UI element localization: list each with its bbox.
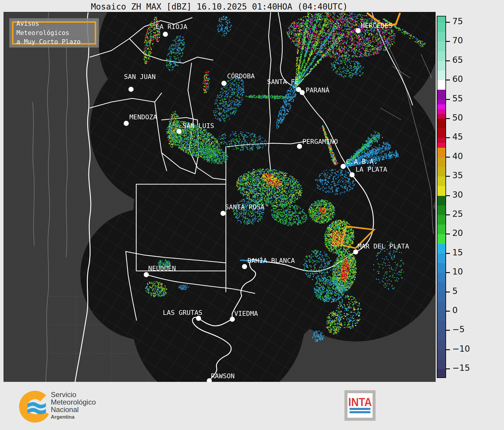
map-title: Mosaico ZH MAX [dBZ] 16.10.2025 01:40HOA… (4, 2, 435, 12)
city-label-santa-rosa: SANTA ROSA (225, 203, 264, 211)
colorbar-tick (446, 195, 450, 196)
city-dot-caba (341, 164, 346, 169)
city-dot-las-grutas (196, 316, 201, 321)
colorbar-tick-label: 35 (452, 170, 463, 180)
city-label-san-juan: SAN JUAN (124, 73, 156, 80)
colorbar-tick (446, 311, 450, 312)
colorbar-tick-label: −10 (452, 344, 470, 354)
colorbar-tick-label: 30 (452, 190, 463, 199)
colorbar-tick-label: 45 (452, 132, 463, 142)
colorbar-tick-label: 10 (452, 267, 463, 277)
colorbar-tick (446, 214, 450, 215)
city-label-pergamino: PERGAMINO (302, 138, 338, 145)
colorbar-tick (446, 137, 450, 138)
warning-legend-line2: a Muy Corto Plazo (16, 37, 95, 46)
city-dot-bahia-blanca (242, 264, 247, 269)
smn-logo: Servicio Meteorológico Nacional Argentin… (19, 390, 108, 423)
city-label-rawson: RAWSON (211, 372, 235, 380)
colorbar-tick-label: 15 (452, 248, 463, 257)
colorbar-tick-label: 75 (452, 16, 463, 26)
city-dot-parana (300, 90, 305, 95)
city-label-mendoza: MENDOZA (129, 113, 157, 121)
colorbar-tick (446, 368, 450, 369)
smn-line4: Argentina (51, 414, 96, 420)
colorbar-tick (446, 272, 450, 273)
smn-logo-mark (19, 390, 51, 423)
city-label-bahia-blanca: BAHÍA BLANCA (247, 257, 295, 264)
inta-logo: INTA (344, 390, 376, 421)
colorbar-tick-label: 55 (452, 93, 463, 103)
dbz-colorbar (437, 16, 446, 378)
colorbar-tick-label: 20 (452, 228, 463, 238)
colorbar-tick (446, 22, 450, 23)
colorbar-tick-label: 5 (452, 286, 458, 296)
colorbar-tick-label: −15 (452, 363, 470, 373)
city-label-santa-fe: SANTA FE (267, 78, 299, 86)
city-dot-san-juan (128, 87, 134, 92)
colorbar-tick (446, 99, 450, 100)
city-dot-santa-rosa (220, 211, 226, 216)
colorbar-tick (446, 80, 450, 80)
colorbar-tick (446, 60, 450, 61)
colorbar-tick-label: 60 (452, 74, 463, 84)
city-label-cordoba: CÓRDOBA (227, 72, 255, 80)
colorbar-tick (446, 292, 450, 292)
city-dot-la-plata (350, 172, 355, 177)
city-dot-mar-del-plata (353, 249, 358, 254)
radar-mosaic-product: Mosaico ZH MAX [dBZ] 16.10.2025 01:40HOA… (0, 0, 504, 430)
colorbar-tick-label: −5 (452, 324, 465, 334)
smn-line3: Nacional (51, 406, 96, 413)
colorbar-gradient (437, 16, 445, 377)
city-label-la-plata: LA PLATA (356, 166, 387, 173)
inta-logo-inner: INTA (347, 393, 373, 418)
city-dot-san-luis (177, 129, 182, 134)
map-overlay-svg (4, 12, 435, 382)
city-dot-viedma (230, 317, 235, 322)
colorbar-tick (446, 176, 450, 177)
city-dot-la-rioja (163, 32, 168, 37)
inta-wordmark: INTA (348, 397, 372, 408)
warning-legend-line1: Avisos Meteorológicos (16, 19, 95, 37)
colorbar-tick-label: 40 (452, 151, 463, 161)
city-label-las-grutas: LAS GRUTAS (163, 309, 202, 316)
footer: Servicio Meteorológico Nacional Argentin… (0, 382, 504, 430)
warning-legend-box: Avisos Meteorológicos a Muy Corto Plazo (12, 21, 96, 45)
city-label-la-rioja: LA RIOJA (156, 23, 187, 31)
colorbar-tick-label: 50 (452, 113, 463, 123)
smn-line1: Servicio (51, 391, 96, 398)
smn-line2: Meteorológico (51, 398, 96, 406)
city-label-mercedes: MERCEDES (361, 22, 393, 29)
city-label-mar-del-plata: MAR DEL PLATA (358, 243, 409, 250)
warning-legend-panel: Avisos Meteorológicos a Muy Corto Plazo (9, 18, 99, 48)
city-dot-mendoza (124, 121, 129, 126)
smn-logo-text: Servicio Meteorológico Nacional Argentin… (51, 391, 96, 420)
colorbar-tick (446, 330, 450, 331)
city-label-san-luis: SAN LUIS (183, 122, 214, 129)
colorbar-tick (446, 253, 450, 254)
colorbar-tick-label: 70 (452, 36, 463, 45)
colorbar-tick (446, 41, 450, 42)
colorbar-tick (446, 234, 450, 234)
city-label-neuquen: NEUQUÉN (148, 265, 176, 272)
inta-bar-2 (350, 411, 370, 413)
city-dot-pergamino (297, 144, 302, 149)
radar-map: LA RIOJAMERCEDESSAN JUANCÓRDOBASANTA FEP… (4, 12, 436, 382)
city-label-parana: PARANÁ (306, 86, 329, 94)
city-dot-mercedes (356, 28, 361, 33)
colorbar-tick-label: 0 (452, 305, 458, 315)
city-label-caba: C.A.B.A. (346, 158, 378, 165)
colorbar-tick (446, 118, 450, 119)
colorbar-tick (446, 157, 450, 158)
colorbar-tick-label: 65 (452, 55, 463, 65)
city-dot-cordoba (221, 81, 226, 86)
city-label-viedma: VIEDMA (234, 310, 258, 317)
city-dot-neuquen (144, 272, 149, 277)
colorbar-tick-label: 25 (452, 209, 463, 219)
colorbar-tick (446, 349, 450, 350)
